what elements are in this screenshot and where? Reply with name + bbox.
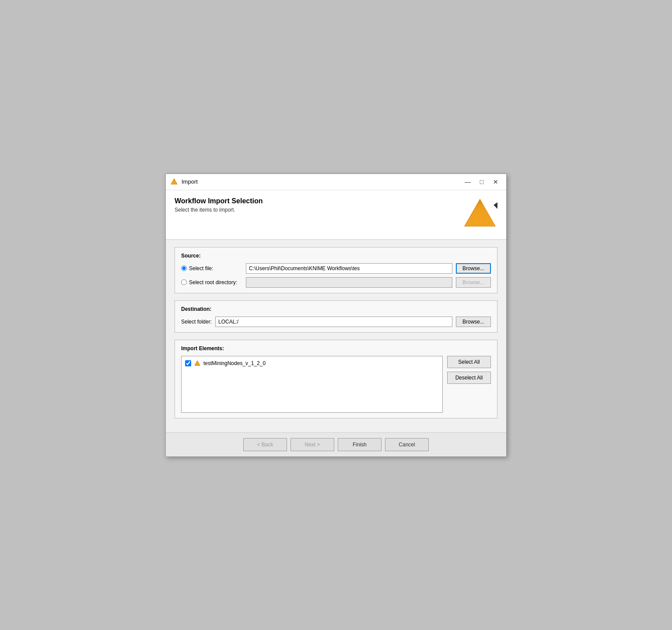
- maximize-button[interactable]: □: [476, 177, 488, 187]
- deselect-all-button[interactable]: Deselect All: [447, 372, 491, 384]
- select-root-browse-button[interactable]: Browse...: [456, 277, 491, 288]
- workflow-icon: [194, 360, 201, 367]
- destination-label: Destination:: [181, 306, 491, 312]
- item-checkbox[interactable]: [185, 360, 191, 366]
- select-root-option[interactable]: Select root directory:: [181, 279, 242, 285]
- window-title: Import: [182, 178, 198, 185]
- select-file-input[interactable]: [246, 263, 452, 274]
- folder-label: Select folder:: [181, 319, 212, 325]
- list-item: testMiningNodes_v_1_2_0: [185, 360, 439, 367]
- svg-marker-20: [195, 361, 200, 365]
- dialog-content: Source: Select file: Browse... Select ro…: [166, 240, 506, 432]
- header-text: Workflow Import Selection Select the ite…: [175, 197, 263, 213]
- elements-list: testMiningNodes_v_1_2_0: [181, 356, 443, 413]
- select-file-browse-button[interactable]: Browse...: [456, 263, 491, 274]
- import-elements-section: Import Elements: testMiningNodes_v_1_2_0…: [175, 340, 497, 418]
- destination-section: Destination: Select folder: Browse...: [175, 300, 497, 333]
- folder-input[interactable]: [215, 317, 452, 327]
- dialog-header: Workflow Import Selection Select the ite…: [166, 190, 506, 240]
- import-elements-label: Import Elements:: [181, 345, 491, 352]
- finish-button[interactable]: Finish: [338, 438, 382, 451]
- import-elements-area: testMiningNodes_v_1_2_0 Select All Desel…: [181, 356, 491, 413]
- dialog-footer: < Back Next > Finish Cancel: [166, 432, 506, 456]
- select-root-input[interactable]: [246, 277, 452, 288]
- select-file-option[interactable]: Select file:: [181, 265, 242, 271]
- knime-logo: [462, 197, 497, 232]
- select-all-button[interactable]: Select All: [447, 356, 491, 368]
- destination-browse-button[interactable]: Browse...: [456, 317, 491, 327]
- select-root-label: Select root directory:: [189, 279, 237, 285]
- select-root-radio[interactable]: [181, 279, 187, 285]
- minimize-button[interactable]: —: [462, 177, 474, 187]
- title-bar-left: Import: [170, 178, 198, 186]
- select-file-radio[interactable]: [181, 265, 187, 271]
- source-section: Source: Select file: Browse... Select ro…: [175, 247, 497, 293]
- select-file-row: Select file: Browse...: [181, 263, 491, 274]
- next-button[interactable]: Next >: [290, 438, 334, 451]
- source-label: Source:: [181, 253, 491, 259]
- app-icon: [170, 178, 178, 186]
- import-dialog: Import — □ ✕ Workflow Import Selection S…: [165, 174, 507, 457]
- select-root-row: Select root directory: Browse...: [181, 277, 491, 288]
- back-button[interactable]: < Back: [243, 438, 287, 451]
- title-bar: Import — □ ✕: [166, 174, 506, 190]
- dialog-subtitle: Select the items to import.: [175, 207, 263, 213]
- select-file-label: Select file:: [189, 265, 213, 271]
- svg-marker-19: [494, 201, 497, 210]
- window-controls: — □ ✕: [462, 177, 502, 187]
- destination-folder-row: Select folder: Browse...: [181, 317, 491, 327]
- cancel-button[interactable]: Cancel: [385, 438, 429, 451]
- dialog-title: Workflow Import Selection: [175, 197, 263, 205]
- close-button[interactable]: ✕: [490, 177, 502, 187]
- elements-buttons: Select All Deselect All: [447, 356, 491, 384]
- item-name: testMiningNodes_v_1_2_0: [203, 360, 266, 366]
